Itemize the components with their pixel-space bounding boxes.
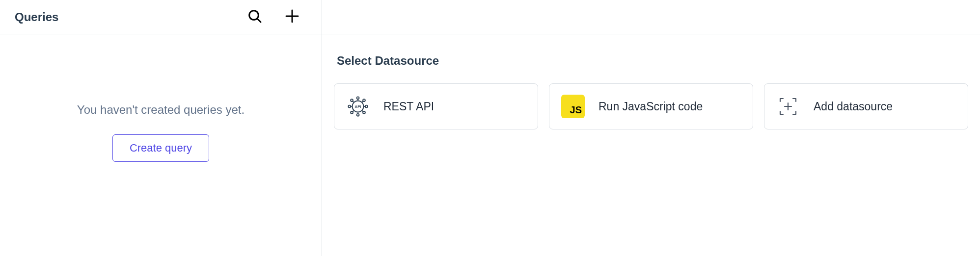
search-button[interactable] xyxy=(245,6,265,27)
datasource-card-rest-api[interactable]: API REST API xyxy=(334,83,538,129)
card-label: Add datasource xyxy=(814,100,893,113)
queries-header: Queries xyxy=(0,0,322,34)
svg-point-7 xyxy=(348,105,351,108)
queries-empty-state: You haven't created queries yet. Create … xyxy=(0,34,322,256)
queries-panel: Queries xyxy=(0,0,322,256)
datasource-cards: API REST API JS Run JavaScript code xyxy=(334,83,968,129)
svg-point-5 xyxy=(357,97,359,99)
svg-point-11 xyxy=(351,111,353,114)
right-header-spacer xyxy=(322,0,980,34)
svg-point-10 xyxy=(363,111,365,114)
queries-title: Queries xyxy=(15,10,58,24)
datasource-card-javascript[interactable]: JS Run JavaScript code xyxy=(549,83,753,129)
svg-point-12 xyxy=(363,99,365,102)
card-label: REST API xyxy=(383,100,434,113)
create-query-button[interactable]: Create query xyxy=(112,134,209,162)
svg-point-9 xyxy=(351,99,353,102)
select-datasource-title: Select Datasource xyxy=(337,54,968,68)
add-datasource-icon xyxy=(776,95,800,118)
add-button[interactable] xyxy=(282,6,302,27)
javascript-icon: JS xyxy=(561,95,585,118)
queries-header-actions xyxy=(245,6,302,27)
datasource-card-add[interactable]: Add datasource xyxy=(764,83,968,129)
svg-point-6 xyxy=(357,114,359,116)
card-label: Run JavaScript code xyxy=(599,100,703,113)
datasource-panel: Select Datasource xyxy=(322,0,980,256)
svg-text:API: API xyxy=(355,104,361,109)
empty-state-text: You haven't created queries yet. xyxy=(77,103,245,117)
search-icon xyxy=(247,8,263,26)
svg-line-1 xyxy=(257,19,261,22)
plus-icon xyxy=(284,8,300,26)
rest-api-icon: API xyxy=(346,95,370,118)
svg-point-8 xyxy=(365,105,368,108)
